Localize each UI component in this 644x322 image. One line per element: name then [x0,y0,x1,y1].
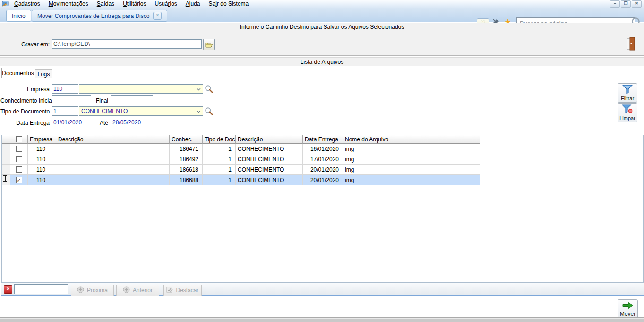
app-icon [2,1,9,7]
limpar-button[interactable]: Limpar [618,103,637,122]
cell-data_entrega[interactable]: 20/01/2020 [303,175,343,185]
grid-header-conhec[interactable]: Conhec. [170,135,203,144]
tab-mover-comprovantes[interactable]: Mover Comprovantes de Entrega para Disco… [32,10,167,22]
grid-header-data_entrega[interactable]: Data Entrega [303,135,343,144]
table-row[interactable]: 1101864711CONHECIMENTO16/01/2020img [2,144,480,154]
grid-header-row: EmpresaDescriçãoConhec.Tipo de Doc.Descr… [2,135,643,144]
grid-header-checkbox[interactable] [10,135,28,144]
find-close-button[interactable]: ✕ [4,285,12,294]
chevron-down-icon[interactable] [197,86,201,92]
tab-documentos[interactable]: Documentos [1,68,34,78]
table-row[interactable]: ✓1101866881CONHECIMENTO20/01/2020img [2,175,480,185]
row-checkbox-cell[interactable]: ✓ [10,175,28,185]
row-checkbox-cell[interactable] [10,154,28,165]
anterior-button[interactable]: Anterior [116,285,159,296]
tab-close-icon[interactable]: ✕ [153,12,162,20]
proxima-button[interactable]: Próxima [71,285,114,296]
data-entrega-inicial-input[interactable] [52,118,91,127]
list-section-header: Lista de Arquivos [0,57,644,66]
select-all-checkbox[interactable] [16,136,22,142]
cell-conhec[interactable]: 186471 [170,144,203,154]
table-row[interactable]: 1101864921CONHECIMENTO17/01/2020img [2,154,480,165]
tab-documentos-label: Documentos [2,70,34,77]
filtrar-button[interactable]: Filtrar [618,83,637,103]
cell-descricao[interactable] [56,154,170,165]
cell-empresa[interactable]: 110 [28,154,56,165]
menu-saidas[interactable]: Saídas [93,0,119,7]
row-checkbox[interactable]: ✓ [16,177,22,183]
table-row[interactable]: 1101866181CONHECIMENTO20/01/2020img [2,165,480,175]
menu-sair-do-sistema[interactable]: Sair do Sistema [205,0,253,7]
conhecimento-inicial-input[interactable] [52,95,91,104]
grid-header-nome_arquivo[interactable]: Nome do Arquivo [343,135,480,144]
row-checkbox[interactable] [16,146,22,152]
menu-movimentacoes[interactable]: Movimentações [44,0,93,7]
cell-tipo_doc[interactable]: 1 [203,165,236,175]
grid-header-tipo_doc[interactable]: Tipo de Doc. [203,135,236,144]
exit-door-icon[interactable] [625,37,637,53]
conhecimento-inicial-label: Conhecimento Inicial [0,97,50,104]
mover-button[interactable]: Mover [618,299,638,319]
menu-bar: CadastrosMovimentaçõesSaídasUtilitáriosU… [0,0,644,8]
empresa-search-icon[interactable] [205,85,213,95]
menu-cadastros[interactable]: Cadastros [10,0,44,7]
close-button[interactable]: ✕ [632,0,642,8]
row-selector[interactable] [2,175,10,185]
tab-logs[interactable]: Logs [35,69,52,78]
cell-descricao[interactable] [56,144,170,154]
cell-tipo_descricao[interactable]: CONHECIMENTO [236,154,303,165]
tab-inicio[interactable]: Início [6,10,31,22]
minimize-button[interactable]: – [610,0,620,8]
cell-tipo_doc[interactable]: 1 [203,154,236,165]
row-checkbox[interactable] [16,156,22,162]
cell-data_entrega[interactable]: 20/01/2020 [303,165,343,175]
tipo-documento-code-input[interactable] [52,106,78,116]
cell-empresa[interactable]: 110 [28,165,56,175]
row-checkbox-cell[interactable] [10,165,28,175]
cell-empresa[interactable]: 110 [28,144,56,154]
cell-nome_arquivo[interactable]: img [343,154,480,165]
cell-tipo_doc[interactable]: 1 [203,175,236,185]
grid-header-descricao[interactable]: Descrição [56,135,170,144]
menu-ajuda[interactable]: Ajuda [181,0,205,7]
restore-button[interactable]: ❐ [621,0,631,8]
green-arrow-right-icon [622,302,634,310]
menu-utilitarios[interactable]: Utilitários [119,0,150,7]
empresa-code-input[interactable] [52,84,78,94]
row-selector[interactable] [2,154,10,165]
data-entrega-final-input[interactable] [111,118,153,127]
cell-conhec[interactable]: 186618 [170,165,203,175]
cell-descricao[interactable] [56,175,170,185]
cell-conhec[interactable]: 186492 [170,154,203,165]
empresa-combo[interactable] [79,84,203,94]
cell-nome_arquivo[interactable]: img [343,175,480,185]
cell-empresa[interactable]: 110 [28,175,56,185]
find-input[interactable] [14,284,68,294]
grid-header-empresa[interactable]: Empresa [28,135,56,144]
cell-nome_arquivo[interactable]: img [343,144,480,154]
down-arrow-circle-icon [77,286,84,295]
cell-tipo_descricao[interactable]: CONHECIMENTO [236,144,303,154]
browse-folder-button[interactable] [203,39,215,50]
cell-tipo_descricao[interactable]: CONHECIMENTO [236,175,303,185]
cell-conhec[interactable]: 186688 [170,175,203,185]
destacar-button[interactable]: Destacar [163,285,202,296]
cell-nome_arquivo[interactable]: img [343,165,480,175]
destination-path-input[interactable] [52,39,202,49]
cell-tipo_doc[interactable]: 1 [203,144,236,154]
cell-data_entrega[interactable]: 17/01/2020 [303,154,343,165]
cell-descricao[interactable] [56,165,170,175]
chevron-down-icon[interactable] [197,108,201,114]
cell-data_entrega[interactable]: 16/01/2020 [303,144,343,154]
row-selector[interactable] [2,144,10,154]
grid-header-tipo_descricao[interactable]: Descrição [236,135,303,144]
row-checkbox-cell[interactable] [10,144,28,154]
lista-arquivos-label: Lista de Arquivos [301,59,343,65]
cell-tipo_descricao[interactable]: CONHECIMENTO [236,165,303,175]
tipo-documento-combo[interactable]: CONHECIMENTO [79,106,203,116]
conhecimento-final-input[interactable] [111,95,153,104]
row-checkbox[interactable] [16,166,22,173]
row-selector[interactable] [2,165,10,175]
menu-usuarios[interactable]: Usuários [150,0,181,7]
tipo-documento-search-icon[interactable] [205,107,213,117]
